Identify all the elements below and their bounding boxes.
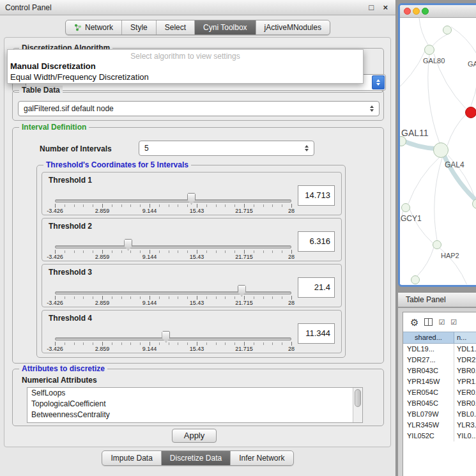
scrollbar-thumb[interactable] xyxy=(355,389,361,407)
network-node[interactable] xyxy=(411,275,420,284)
cell-shared-name: YER054C xyxy=(403,387,454,398)
network-edge xyxy=(419,18,428,45)
tab-style[interactable]: Style xyxy=(122,20,157,35)
attribute-item-topologicalcoefficient[interactable]: TopologicalCoefficient xyxy=(27,399,362,410)
threshold-slider[interactable]: -3.4262.8599.14415.4321.71528 xyxy=(55,240,291,261)
slider-scale-label: 28 xyxy=(288,300,295,306)
table-panel-header[interactable]: Table Panel xyxy=(398,292,476,307)
table-row[interactable]: YIL052CYIL0... xyxy=(403,431,476,441)
network-edge xyxy=(428,55,440,143)
numerical-attributes-list[interactable]: SelfLoopsTopologicalCoefficientBetweenne… xyxy=(27,387,363,423)
algorithm-option-equal-width-frequency-discretization[interactable]: Equal Width/Frequency Discretization xyxy=(8,72,363,82)
control-panel-title: Control Panel xyxy=(5,3,52,12)
tab-jactivemnodules[interactable]: jActiveMNodules xyxy=(256,20,330,35)
column-header-name[interactable]: n... xyxy=(454,332,476,343)
float-icon[interactable]: □ xyxy=(369,3,374,13)
number-of-intervals-value: 5 xyxy=(144,144,149,153)
tab-impute-data[interactable]: Impute Data xyxy=(102,451,161,465)
threshold-slider[interactable]: -3.4262.8599.14415.4321.71528 xyxy=(55,194,291,215)
minimize-traffic-light-icon[interactable] xyxy=(413,8,420,15)
threshold-value-field[interactable]: 11.344 xyxy=(298,323,335,344)
slider-thumb[interactable] xyxy=(238,285,246,296)
combo-stepper-icon[interactable] xyxy=(365,102,378,115)
slider-minor-ticks xyxy=(55,296,291,299)
number-of-intervals-label: Number of Intervals xyxy=(40,144,112,153)
threshold-slider[interactable]: -3.4262.8599.14415.4321.71528 xyxy=(55,286,291,307)
control-panel-titlebar[interactable]: Control Panel □ × xyxy=(0,0,395,15)
combo-stepper-icon[interactable] xyxy=(300,142,313,155)
slider-minor-ticks xyxy=(55,204,291,207)
network-edge xyxy=(434,158,442,240)
threshold-label: Threshold 1 xyxy=(49,176,92,185)
table-row[interactable]: YBL079WYBL0... xyxy=(403,409,476,420)
top-tab-bar: NetworkStyleSelectCyni ToolboxjActiveMNo… xyxy=(0,20,395,35)
checkbox-icon[interactable]: ☑ xyxy=(450,319,457,326)
cell-shared-name: YBL079W xyxy=(403,409,454,420)
tab-network[interactable]: Network xyxy=(66,20,122,35)
attribute-item-betweennesscentrality[interactable]: BetweennessCentrality xyxy=(27,410,362,420)
threshold-slider[interactable]: -3.4262.8599.14415.4321.71528 xyxy=(55,332,291,353)
table-data-group: Table Data galFiltered.sif default node xyxy=(12,90,384,121)
network-window-titlebar[interactable] xyxy=(400,5,476,18)
cell-name: YDR2... xyxy=(454,355,476,365)
table-row[interactable]: YBR043CYBR0... xyxy=(403,365,476,376)
slider-scale-label: 2.859 xyxy=(95,346,110,352)
network-node[interactable] xyxy=(424,45,434,55)
close-icon[interactable]: × xyxy=(383,3,388,13)
table-row[interactable]: YDR27...YDR2... xyxy=(403,355,476,365)
threshold-value-field[interactable]: 21.4 xyxy=(298,277,335,298)
column-header-shared-name[interactable]: shared... xyxy=(403,332,454,343)
slider-thumb[interactable] xyxy=(187,193,196,204)
table-panel-body: ⚙ ☑ ☑ shared... n... YDL19...YDL1...YDR2… xyxy=(398,308,476,476)
list-scrollbar[interactable] xyxy=(353,388,362,422)
checkbox-icon[interactable]: ☑ xyxy=(438,319,445,326)
slider-thumb[interactable] xyxy=(162,331,170,342)
network-node[interactable] xyxy=(401,203,410,212)
cell-shared-name: YLR345W xyxy=(403,420,454,431)
slider-scale-label: 2.859 xyxy=(95,254,110,260)
network-node[interactable] xyxy=(443,26,452,35)
combo-stepper-icon[interactable] xyxy=(372,75,385,89)
zoom-traffic-light-icon[interactable] xyxy=(422,8,429,15)
tab-label: Infer Network xyxy=(239,454,284,463)
network-node[interactable] xyxy=(433,142,449,158)
attribute-item-selfloops[interactable]: SelfLoops xyxy=(27,388,362,399)
network-canvas[interactable]: GAL80GAGAL11GAL4GCY1HAP2 xyxy=(400,18,476,284)
network-node[interactable] xyxy=(465,107,476,118)
slider-scale-label: 21.715 xyxy=(235,254,253,260)
tab-label: Impute Data xyxy=(111,454,152,463)
slider-thumb[interactable] xyxy=(124,239,132,250)
table-header-row: shared... n... xyxy=(403,332,476,344)
table-data-group-title: Table Data xyxy=(19,86,63,95)
apply-button[interactable]: Apply xyxy=(172,429,217,443)
threshold-value-field[interactable]: 14.713 xyxy=(298,185,335,206)
table-row[interactable]: YER054CYER0... xyxy=(403,387,476,398)
close-traffic-light-icon[interactable] xyxy=(404,8,411,15)
number-of-intervals-combobox[interactable]: 5 xyxy=(139,141,314,156)
node-label-gal11: GAL11 xyxy=(401,128,429,138)
slider-scale-label: 15.43 xyxy=(190,346,204,352)
table-row[interactable]: YDL19...YDL1... xyxy=(403,344,476,355)
table-row[interactable]: YBR045CYBR0... xyxy=(403,398,476,409)
arrow-down-icon xyxy=(305,149,309,151)
interval-definition-group: Interval Definition Number of Intervals … xyxy=(12,127,384,364)
tab-label: Style xyxy=(130,23,148,32)
tab-select[interactable]: Select xyxy=(157,20,195,35)
slider-scale-label: 28 xyxy=(288,346,295,352)
tab-cyni-toolbox[interactable]: Cyni Toolbox xyxy=(195,20,256,35)
network-view-window[interactable]: GAL80GAGAL11GAL4GCY1HAP2 xyxy=(398,3,476,287)
table-row[interactable]: YLR345WYLR3... xyxy=(403,420,476,431)
table-data-combobox[interactable]: galFiltered.sif default node xyxy=(18,101,380,116)
tab-discretize-data[interactable]: Discretize Data xyxy=(162,451,231,465)
gear-icon[interactable]: ⚙ xyxy=(410,318,418,327)
threshold-value-field[interactable]: 6.316 xyxy=(298,231,335,252)
tab-label: Discretize Data xyxy=(170,454,222,463)
tab-infer-network[interactable]: Infer Network xyxy=(231,451,293,465)
table-row[interactable]: YPR145WYPR1... xyxy=(403,376,476,387)
threshold-label: Threshold 3 xyxy=(49,268,92,277)
slider-scale-label: 9.144 xyxy=(142,208,157,214)
network-node[interactable] xyxy=(433,240,441,249)
column-selector-icon[interactable] xyxy=(424,318,433,326)
algorithm-option-manual-discretization[interactable]: Manual Discretization xyxy=(8,61,363,72)
cyni-toolbox-panel: Discretization Algorithm Select algorith… xyxy=(4,37,391,447)
